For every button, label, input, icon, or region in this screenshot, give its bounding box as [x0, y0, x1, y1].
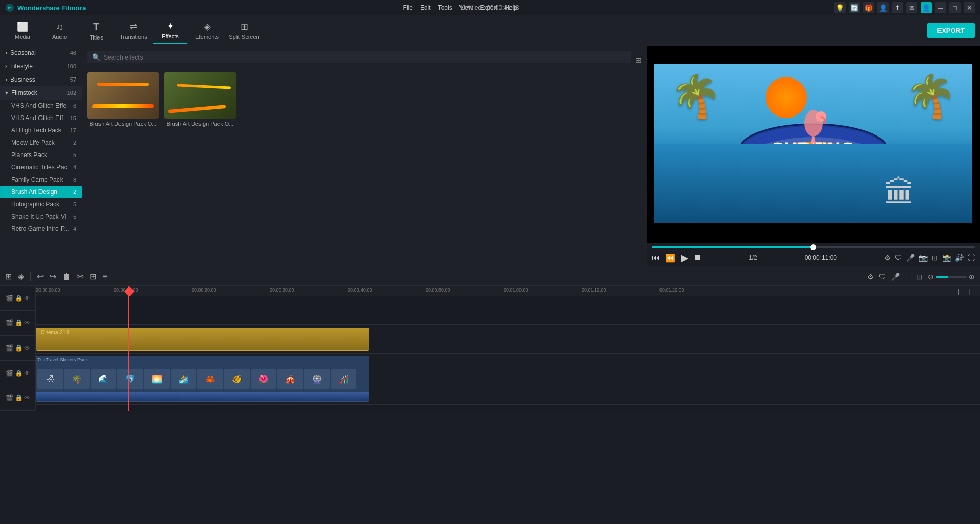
protect-icon[interactable]: 🛡 [879, 273, 886, 281]
track5-camera-icon[interactable]: 🎬 [6, 394, 13, 401]
subcategory-vhs2[interactable]: VHS And Glitch Eff 15 [0, 112, 82, 124]
clip-cinema[interactable]: Cinema 21:9 [36, 328, 369, 351]
toolbar-effects[interactable]: ✦ Effects [153, 17, 188, 44]
track2-lock-icon[interactable]: 🔒 [15, 319, 23, 326]
track4-camera-icon[interactable]: 🎬 [6, 370, 13, 377]
minimize-btn[interactable]: ─ [935, 2, 946, 13]
subcategory-brush[interactable]: Brush Art Design 2 [0, 186, 82, 198]
brush1-preview [87, 72, 159, 119]
layout-icon[interactable]: ⊡ [916, 273, 923, 281]
track4-lock-icon[interactable]: 🔒 [15, 370, 23, 377]
toolbar-titles[interactable]: T Titles [79, 17, 114, 44]
retro-label: Retro Game Intro P... [11, 225, 69, 232]
zoom-out-button[interactable]: ⊖ [928, 273, 934, 281]
adjust-button[interactable]: ⊞ [90, 271, 96, 281]
track-label-1: 🎬 🔒 👁 [0, 286, 35, 311]
screenshot-icon[interactable]: 📸 [942, 254, 951, 262]
crop-icon[interactable]: ⊡ [932, 254, 938, 262]
search-input[interactable] [104, 54, 626, 61]
step-back-button[interactable]: ⏪ [665, 253, 675, 263]
track3-camera-icon[interactable]: 🎬 [6, 344, 13, 352]
subcategory-ai[interactable]: AI High Tech Pack 17 [0, 124, 82, 137]
track5-lock-icon[interactable]: 🔒 [15, 394, 23, 401]
record-icon[interactable]: 🎤 [891, 273, 900, 281]
subcategory-shakeup[interactable]: Shake It Up Pack Vi 5 [0, 210, 82, 223]
subcategory-meow[interactable]: Meow Life Pack 2 [0, 137, 82, 149]
toolbar-splitscreen[interactable]: ⊞ Split Screen [227, 17, 262, 44]
subcategory-family[interactable]: Family Camp Pack 8 [0, 173, 82, 186]
track2-camera-icon[interactable]: 🎬 [6, 319, 13, 326]
toolbar-elements[interactable]: ◈ Elements [190, 17, 225, 44]
subcategory-retro[interactable]: Retro Game Intro P... 4 [0, 223, 82, 235]
add-media-icon[interactable]: ⊞ [5, 271, 12, 281]
render-settings-icon[interactable]: ⚙ [884, 254, 891, 262]
split-icon[interactable]: ⊢ [905, 273, 911, 281]
track1-eye-icon[interactable]: 👁 [24, 295, 30, 302]
track3-eye-icon[interactable]: 👁 [24, 344, 30, 352]
stop-button[interactable]: ⏹ [693, 253, 702, 262]
add-effect-icon[interactable]: ◈ [18, 271, 24, 281]
grid-options-icon[interactable]: ⊞ [635, 56, 642, 64]
motion-button[interactable]: ≡ [103, 272, 107, 281]
transitions-label: Transitions [119, 34, 147, 40]
export-button[interactable]: EXPORT [927, 23, 975, 38]
volume-icon[interactable]: 🔊 [955, 254, 964, 262]
track5-eye-icon[interactable]: 👁 [24, 394, 30, 401]
category-lifestyle[interactable]: › Lifestyle 100 [0, 60, 82, 73]
bracket-right[interactable]: ] [968, 288, 970, 295]
meow-label: Meow Life Pack [11, 139, 55, 146]
subcategory-vhs1[interactable]: VHS And Glitch Effe 6 [0, 100, 82, 112]
track4-eye-icon[interactable]: 👁 [24, 370, 30, 377]
gift-icon[interactable]: 🎁 [863, 2, 874, 13]
upgrade-icon[interactable]: ⬆ [892, 2, 903, 13]
close-btn[interactable]: ✕ [964, 2, 975, 13]
fullscreen-icon[interactable]: ⛶ [968, 254, 975, 262]
menu-edit[interactable]: Edit [420, 4, 431, 11]
settings-icon[interactable]: ⚙ [867, 273, 874, 281]
camera-icon[interactable]: 📷 [919, 254, 928, 262]
redo-button[interactable]: ↪ [50, 271, 56, 281]
maximize-btn[interactable]: □ [949, 2, 961, 13]
track1-camera-icon[interactable]: 🎬 [6, 295, 13, 302]
effect-card-brush1[interactable]: Brush Art Design Pack O... [87, 72, 159, 127]
elements-icon: ◈ [204, 21, 211, 32]
category-business[interactable]: › Business 57 [0, 73, 82, 86]
category-filmstock[interactable]: ▾ Filmstock 102 [0, 86, 82, 100]
progress-bar[interactable] [652, 246, 975, 248]
time-display: 00:00:11:00 [805, 254, 837, 261]
bracket-left[interactable]: [ [958, 288, 959, 295]
profile-icon[interactable]: 👤 [921, 2, 932, 13]
toolbar-audio[interactable]: ♫ Audio [42, 17, 77, 44]
elements-label: Elements [195, 34, 219, 40]
menu-tools[interactable]: Tools [438, 4, 452, 11]
track1-lock-icon[interactable]: 🔒 [15, 295, 23, 302]
track2-eye-icon[interactable]: 👁 [24, 319, 30, 326]
category-seasonal[interactable]: › Seasonal 46 [0, 46, 82, 60]
titlebar-icons: 💡 🔄 🎁 👤 ⬆ ✉ 👤 ─ □ ✕ [834, 2, 975, 13]
toolbar-media[interactable]: ⬜ Media [5, 17, 40, 44]
ruler-ticks [36, 286, 980, 296]
undo-button[interactable]: ↩ [37, 271, 44, 281]
play-button[interactable]: ▶ [681, 251, 688, 264]
track3-lock-icon[interactable]: 🔒 [15, 344, 23, 352]
skip-back-button[interactable]: ⏮ [652, 253, 660, 262]
filmstock-count: 102 [67, 90, 76, 96]
subcategory-planets[interactable]: Planets Pack 5 [0, 149, 82, 161]
toolbar-transitions[interactable]: ⇌ Transitions [116, 17, 151, 44]
zoom-in-button[interactable]: ⊕ [969, 273, 975, 281]
zoom-slider[interactable] [936, 276, 967, 278]
notification-icon[interactable]: 💡 [834, 2, 846, 13]
effect-card-brush2[interactable]: Brush Art Design Pack O... [164, 72, 236, 127]
clip-stickers[interactable]: 7sc Travel Stickers Pack... 🏖 🌴 🌊 🐬 🌅 🏄 … [36, 356, 369, 402]
menu-file[interactable]: File [403, 4, 413, 11]
delete-button[interactable]: 🗑 [63, 272, 71, 281]
cut-button[interactable]: ✂ [77, 271, 84, 281]
mic-icon[interactable]: 🎤 [906, 254, 915, 262]
account-icon[interactable]: 👤 [877, 2, 889, 13]
subcategory-cinematic[interactable]: Cinematic Titles Pac 4 [0, 161, 82, 173]
email-icon[interactable]: ✉ [906, 2, 917, 13]
sync-icon[interactable]: 🔄 [849, 2, 860, 13]
holographic-label: Holographic Pack [11, 201, 59, 208]
shield-icon[interactable]: 🛡 [895, 254, 902, 262]
subcategory-holographic[interactable]: Holographic Pack 5 [0, 198, 82, 210]
